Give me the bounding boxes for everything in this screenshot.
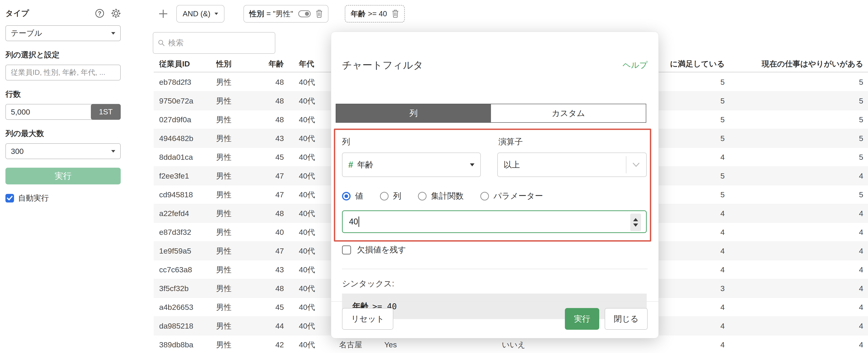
tab-custom[interactable]: カスタム xyxy=(491,104,646,122)
cell-age-group: 40代 xyxy=(284,204,331,223)
sidebar-run-button[interactable]: 実行 xyxy=(5,168,121,184)
filter-value: 40 xyxy=(349,217,358,226)
keep-missing-checkbox[interactable] xyxy=(342,246,351,254)
max-columns-select[interactable]: 300 xyxy=(5,143,121,159)
cell-employee-id: e87d3f32 xyxy=(154,223,216,242)
cell-employee-id: 8dda01ca xyxy=(154,148,216,166)
filter-expression: >= 40 xyxy=(368,9,387,18)
reset-button[interactable]: リセット xyxy=(342,308,393,330)
trash-icon[interactable] xyxy=(392,10,399,18)
filter-operator-dropdown[interactable]: 以上 xyxy=(497,153,647,177)
column-header-age-group[interactable]: 年代 xyxy=(284,55,331,72)
cell-employee-id: cc7c63a8 xyxy=(154,260,216,279)
chart-filter-modal: チャートフィルタ ヘルプ 列 カスタム 列 演算子 # 年齢 以上 値 列 集計… xyxy=(331,32,659,338)
help-link[interactable]: ヘルプ xyxy=(622,60,648,71)
divider xyxy=(331,301,658,302)
radio-label: 値 xyxy=(355,191,363,201)
cell-gender: 男性 xyxy=(216,335,251,353)
search-input[interactable]: 検索 xyxy=(153,32,275,54)
cell-age-group: 40代 xyxy=(284,129,331,148)
trash-icon[interactable] xyxy=(316,10,322,18)
cell-age: 42 xyxy=(251,335,284,353)
cell-employee-id: 3f5cf32b xyxy=(154,279,216,298)
type-select[interactable]: テーブル xyxy=(5,25,121,41)
search-icon xyxy=(158,39,165,46)
numeric-column-icon: # xyxy=(348,160,353,170)
modal-run-button[interactable]: 実行 xyxy=(565,308,599,330)
radio-label: パラメーター xyxy=(493,191,543,201)
help-icon[interactable]: ? xyxy=(95,9,104,18)
cell-age-group: 40代 xyxy=(284,298,331,316)
radio-label: 列 xyxy=(393,191,401,201)
close-button[interactable]: 閉じる xyxy=(604,308,648,330)
modal-title: チャートフィルタ xyxy=(342,59,423,72)
number-stepper[interactable] xyxy=(630,214,641,231)
cell-gender: 男性 xyxy=(216,223,251,242)
logic-operator-dropdown[interactable]: AND (&) xyxy=(176,5,224,23)
radio-icon xyxy=(380,192,389,200)
keep-missing-label: 欠損値を残す xyxy=(357,244,406,255)
cell-fulfilling: 5 xyxy=(725,92,864,110)
radio-parameter[interactable]: パラメーター xyxy=(480,191,543,201)
cell-fulfilling: 5 xyxy=(725,148,864,166)
cell-gender: 男性 xyxy=(216,317,251,335)
cell-fulfilling: 4 xyxy=(725,279,864,298)
cell-employee-id: eb78d2f3 xyxy=(154,73,216,91)
filter-chip-age[interactable]: 年齢 >= 40 xyxy=(345,5,405,23)
filter-toolbar: AND (&) 性別 = "男性" 年齢 >= 40 xyxy=(158,5,405,23)
radio-icon xyxy=(418,192,427,200)
radio-value[interactable]: 値 xyxy=(342,191,363,201)
filter-column-dropdown[interactable]: # 年齢 xyxy=(342,153,481,177)
max-columns-value: 300 xyxy=(11,147,24,156)
filter-expression: = "男性" xyxy=(267,9,293,19)
filter-chip-gender[interactable]: 性別 = "男性" xyxy=(243,5,329,23)
cell-age-group: 40代 xyxy=(284,73,331,91)
radio-label: 集計関数 xyxy=(431,191,464,201)
cell-age-group: 40代 xyxy=(284,148,331,166)
cell-age: 43 xyxy=(251,129,284,148)
cell-age: 44 xyxy=(251,317,284,335)
cell-gender: 男性 xyxy=(216,298,251,316)
radio-aggregate-function[interactable]: 集計関数 xyxy=(418,191,464,201)
cell-employee-id: a22fefd4 xyxy=(154,204,216,223)
cell-age-group: 40代 xyxy=(284,223,331,242)
settings-sidebar: タイプ ? テーブル 列の選択と設定 従業員ID, 性別, 年齢, 年代, ..… xyxy=(5,8,121,203)
cell-age: 40 xyxy=(251,223,284,242)
filter-column: 年齢 xyxy=(351,9,366,19)
cell-fulfilling: 5 xyxy=(725,129,864,148)
filter-column-value: 年齢 xyxy=(357,159,373,170)
column-header-age[interactable]: 年齢 xyxy=(251,55,284,72)
columns-summary-input[interactable]: 従業員ID, 性別, 年齢, 年代, ... xyxy=(5,65,121,81)
caret-down-icon xyxy=(470,163,474,166)
cell-employee-id: a4b26653 xyxy=(154,298,216,316)
cell-age: 45 xyxy=(251,148,284,166)
gear-icon[interactable] xyxy=(111,8,121,18)
cell-employee-id: cd945818 xyxy=(154,185,216,204)
column-header-employee-id[interactable]: 従業員ID xyxy=(154,55,216,72)
cell-age: 48 xyxy=(251,92,284,110)
row-count-input[interactable]: 5,000 1ST xyxy=(5,104,121,120)
cell-employee-id: da985218 xyxy=(154,317,216,335)
add-filter-icon[interactable] xyxy=(158,9,168,19)
cell-age-group: 40代 xyxy=(284,242,331,260)
row-count-mode-badge[interactable]: 1ST xyxy=(91,104,121,120)
stepper-down-icon[interactable] xyxy=(633,224,638,227)
chevron-down-icon xyxy=(111,150,115,153)
column-header-fulfilling[interactable]: 現在の仕事はやりがいがある xyxy=(725,55,864,72)
stepper-up-icon[interactable] xyxy=(633,218,638,221)
auto-run-checkbox[interactable] xyxy=(5,194,14,202)
logic-operator-value: AND (&) xyxy=(183,9,211,18)
tab-column[interactable]: 列 xyxy=(336,104,491,122)
column-header-gender[interactable]: 性別 xyxy=(216,55,251,72)
type-label: タイプ xyxy=(5,8,29,19)
filter-value-input[interactable]: 40 xyxy=(342,211,647,233)
row-count-value: 5,000 xyxy=(11,107,30,117)
cell-age: 45 xyxy=(251,298,284,316)
cell-age-group: 40代 xyxy=(284,166,331,185)
radio-column[interactable]: 列 xyxy=(380,191,401,201)
toggle-on-icon[interactable] xyxy=(298,10,311,18)
cell-fulfilling: 4 xyxy=(725,223,864,242)
max-columns-label: 列の最大数 xyxy=(5,128,121,139)
cell-age-group: 40代 xyxy=(284,279,331,298)
divider xyxy=(342,269,648,269)
